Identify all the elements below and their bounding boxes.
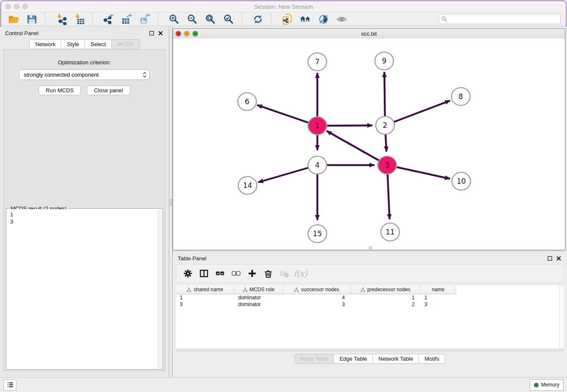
tab-mcds[interactable]: MCDS xyxy=(112,39,139,49)
canvas-grip[interactable] xyxy=(369,246,372,249)
refresh-icon xyxy=(252,14,264,25)
table-cell: 3 xyxy=(421,301,456,308)
graph-node-10[interactable]: 10 xyxy=(452,172,471,190)
apply-layout-button[interactable] xyxy=(249,13,267,25)
duplicate-network-icon xyxy=(281,14,293,25)
window-chrome: Session: New Session xyxy=(0,0,567,27)
close-panel-icon[interactable] xyxy=(157,30,164,36)
select-stepper-icon xyxy=(143,72,147,78)
graph-node-11[interactable]: 11 xyxy=(381,223,399,241)
table-cell: dominator xyxy=(234,294,283,301)
graph-node-9[interactable]: 9 xyxy=(375,52,394,70)
vertical-splitter[interactable] xyxy=(169,27,173,377)
export-image-icon xyxy=(139,14,151,25)
column-header-successor-nodes[interactable]: successor nodes xyxy=(283,285,351,294)
zoom-selected-icon xyxy=(223,14,234,25)
mcds-result-box: MCDS result (2 nodes) 13 xyxy=(6,208,163,370)
graph-node-2[interactable]: 2 xyxy=(376,116,394,134)
houses-icon xyxy=(300,14,311,25)
first-neighbors-button[interactable] xyxy=(296,13,314,25)
graph-node-4[interactable]: 4 xyxy=(308,156,327,174)
graph-node-15[interactable]: 15 xyxy=(308,225,327,243)
network-graph[interactable]: 7968124314101511 xyxy=(173,39,565,250)
graph-node-14[interactable]: 14 xyxy=(238,177,257,194)
splitter-handle[interactable] xyxy=(170,199,172,206)
graph-node-8[interactable]: 8 xyxy=(451,88,470,105)
tab-select[interactable]: Select xyxy=(85,39,112,49)
search-icon xyxy=(441,16,447,22)
table-row[interactable]: 3dominator323 xyxy=(176,301,560,308)
column-header-predecessor-nodes[interactable]: predecessor nodes xyxy=(351,285,421,294)
tab-edge-table[interactable]: Edge Table xyxy=(334,354,373,364)
graph-node-3[interactable]: 3 xyxy=(378,156,396,174)
search-input[interactable] xyxy=(439,14,561,24)
import-network-button[interactable] xyxy=(52,13,70,25)
float-table-panel-icon[interactable] xyxy=(547,255,553,262)
float-panel-icon[interactable] xyxy=(149,30,155,36)
network-view-title: scc.txt xyxy=(173,30,565,37)
zoom-selected-button[interactable] xyxy=(220,13,238,25)
table-panel-header: Table Panel xyxy=(173,252,567,265)
table-row[interactable]: 1dominator411 xyxy=(176,294,560,301)
empty-boxes-icon xyxy=(231,268,241,279)
toolbar-separator xyxy=(271,13,277,25)
table-cell: dominator xyxy=(234,301,283,308)
graph-node-6[interactable]: 6 xyxy=(238,93,256,110)
import-table-icon xyxy=(74,14,85,25)
node-label: 1 xyxy=(315,121,320,130)
graphics-details-button[interactable] xyxy=(314,13,333,25)
show-columns-button[interactable] xyxy=(196,266,212,281)
zoom-fit-button[interactable] xyxy=(201,13,220,25)
network-window-titlebar: scc.txt xyxy=(173,29,565,39)
open-file-button[interactable] xyxy=(5,13,23,25)
mcds-result-list[interactable]: 13 xyxy=(7,209,162,369)
close-panel-button[interactable]: Close panel xyxy=(87,86,130,95)
create-column-button[interactable] xyxy=(244,266,260,281)
task-history-button[interactable] xyxy=(3,379,17,391)
criterion-select[interactable]: strongly connected component xyxy=(19,69,150,80)
result-scrollbar[interactable] xyxy=(158,209,162,369)
tab-motifs[interactable]: Motifs xyxy=(419,354,445,364)
table-bottom-strip xyxy=(176,349,564,352)
export-table-button[interactable] xyxy=(118,13,136,25)
tab-node-table[interactable]: Node Table xyxy=(295,354,334,364)
network-window: scc.txt 7968124314101511 xyxy=(173,28,565,250)
edge-2-8[interactable] xyxy=(385,101,450,125)
zoom-out-button[interactable] xyxy=(183,13,201,25)
zoom-in-button[interactable] xyxy=(165,13,183,25)
toolbar-separator xyxy=(242,13,248,25)
run-mcds-button[interactable]: Run MCDS xyxy=(39,86,81,95)
toolbar-separator xyxy=(158,13,164,25)
toolbar-buttons xyxy=(5,13,351,25)
export-network-button[interactable] xyxy=(99,13,118,25)
tab-style[interactable]: Style xyxy=(61,39,85,49)
close-table-panel-icon[interactable] xyxy=(556,255,562,262)
table-scrollbar[interactable] xyxy=(559,285,564,349)
clone-network-button[interactable] xyxy=(278,13,296,25)
edge-3-1[interactable] xyxy=(327,131,387,165)
column-header-shared-name[interactable]: shared name xyxy=(176,285,234,294)
control-panel-title: Control Panel xyxy=(5,30,39,36)
table-settings-button[interactable] xyxy=(180,266,196,281)
toolbar-separator xyxy=(45,13,51,25)
tab-network[interactable]: Network xyxy=(29,39,61,49)
zoom-out-icon xyxy=(187,14,198,25)
import-table-button[interactable] xyxy=(70,13,88,25)
delete-column-button[interactable] xyxy=(260,266,276,281)
column-header-MCDS-role[interactable]: MCDS role xyxy=(234,285,283,294)
table-panel-title: Table Panel xyxy=(178,255,206,262)
table-cell: 3 xyxy=(176,301,234,308)
graph-node-7[interactable]: 7 xyxy=(308,53,327,71)
save-session-button[interactable] xyxy=(23,13,41,25)
deselect-all-columns-button[interactable] xyxy=(228,266,244,281)
table-cell: 1 xyxy=(351,294,421,301)
hierarchy-icon xyxy=(243,287,248,292)
select-all-columns-button[interactable] xyxy=(212,266,228,281)
window-title: Session: New Session xyxy=(1,3,566,10)
network-canvas[interactable]: 7968124314101511 xyxy=(173,39,565,250)
column-header-name[interactable]: name xyxy=(421,285,456,294)
export-image-button[interactable] xyxy=(136,13,154,25)
memory-button[interactable]: Memory xyxy=(530,379,564,391)
graph-node-1[interactable]: 1 xyxy=(308,117,327,135)
tab-network-table[interactable]: Network Table xyxy=(373,354,419,364)
